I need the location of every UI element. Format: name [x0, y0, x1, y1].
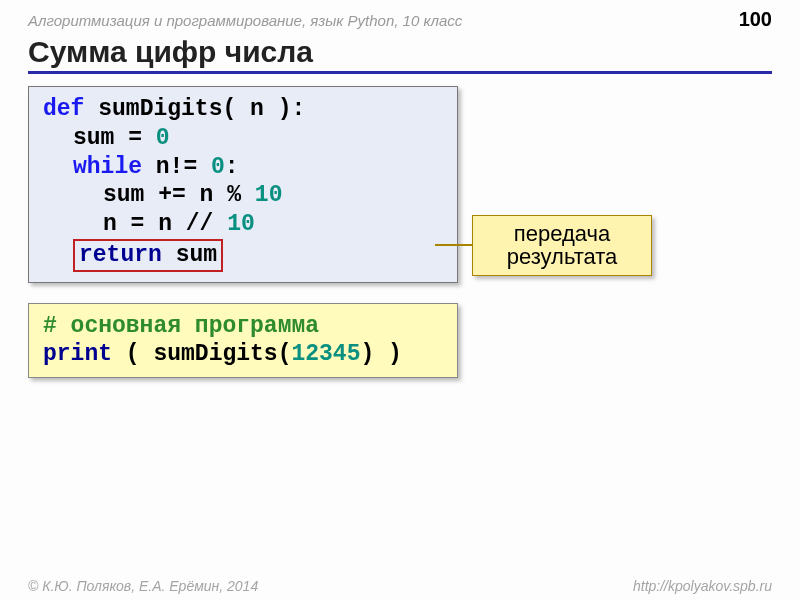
callout-line: результата — [481, 245, 643, 268]
code-line: sum = 0 — [43, 124, 443, 153]
return-highlight-box: return sum — [73, 239, 223, 272]
number-literal: 0 — [211, 154, 225, 180]
footer-url: http://kpolyakov.spb.ru — [633, 578, 772, 594]
header-subtitle: Алгоритмизация и программирование, язык … — [28, 12, 462, 29]
code-text: sum — [162, 242, 217, 268]
content-area: def sumDigits( n ): sum = 0 while n!= 0:… — [0, 80, 800, 384]
keyword-while: while — [73, 154, 142, 180]
keyword-return: return — [79, 242, 162, 268]
code-text: sum += n % — [103, 182, 255, 208]
code-line: def sumDigits( n ): — [43, 95, 443, 124]
code-line: n = n // 10 — [43, 210, 443, 239]
slide-header: Алгоритмизация и программирование, язык … — [0, 0, 800, 35]
keyword-def: def — [43, 96, 84, 122]
code-line: while n!= 0: — [43, 153, 443, 182]
keyword-print: print — [43, 341, 112, 367]
code-text: : — [225, 154, 239, 180]
number-literal: 0 — [156, 125, 170, 151]
code-text: ) ) — [360, 341, 401, 367]
code-block-function: def sumDigits( n ): sum = 0 while n!= 0:… — [28, 86, 458, 283]
callout-line: передача — [481, 222, 643, 245]
code-text: n!= — [142, 154, 211, 180]
slide-title: Сумма цифр числа — [28, 35, 772, 74]
callout-label: передача результата — [472, 215, 652, 275]
page-number: 100 — [739, 8, 772, 31]
number-literal: 10 — [227, 211, 255, 237]
slide-footer: © К.Ю. Поляков, Е.А. Ерёмин, 2014 http:/… — [0, 578, 800, 594]
code-comment: # основная программа — [43, 312, 443, 341]
footer-copyright: © К.Ю. Поляков, Е.А. Ерёмин, 2014 — [28, 578, 258, 594]
code-text: n = n // — [103, 211, 227, 237]
code-block-main: # основная программа print ( sumDigits(1… — [28, 303, 458, 379]
number-literal: 12345 — [291, 341, 360, 367]
number-literal: 10 — [255, 182, 283, 208]
code-line: return sum — [43, 239, 443, 272]
code-line: sum += n % 10 — [43, 181, 443, 210]
code-text: sumDigits( n ): — [84, 96, 305, 122]
code-text: sum = — [73, 125, 156, 151]
code-text: ( sumDigits( — [112, 341, 291, 367]
code-line: print ( sumDigits(12345) ) — [43, 340, 443, 369]
